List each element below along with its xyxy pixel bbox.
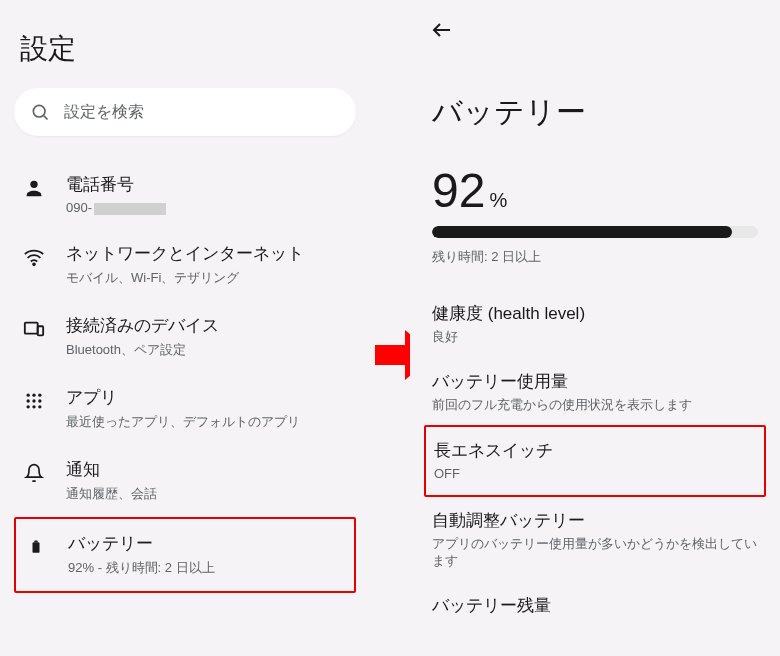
- item-title: バッテリー: [68, 533, 346, 556]
- battery-percentage: 92 %: [432, 163, 766, 218]
- row-subtitle: 良好: [432, 328, 758, 346]
- svg-rect-16: [34, 540, 38, 542]
- page-title: バッテリー: [432, 92, 766, 133]
- svg-point-6: [27, 393, 30, 396]
- item-title: アプリ: [66, 387, 348, 410]
- item-subtitle: モバイル、Wi-Fi、テザリング: [66, 269, 348, 287]
- bell-icon: [22, 461, 46, 485]
- wifi-icon: [22, 245, 46, 269]
- settings-item-network[interactable]: ネットワークとインターネット モバイル、Wi-Fi、テザリング: [14, 229, 356, 301]
- item-subtitle: 最近使ったアプリ、デフォルトのアプリ: [66, 413, 348, 431]
- row-title: バッテリー残量: [432, 594, 758, 617]
- search-placeholder: 設定を検索: [64, 102, 144, 123]
- item-title: ネットワークとインターネット: [66, 243, 348, 266]
- search-input[interactable]: 設定を検索: [14, 88, 356, 136]
- svg-point-8: [38, 393, 41, 396]
- item-title: 通知: [66, 459, 348, 482]
- row-title: バッテリー使用量: [432, 370, 758, 393]
- battery-percent-value: 92: [432, 163, 485, 218]
- svg-point-2: [30, 181, 37, 188]
- battery-panel: バッテリー 92 % 残り時間: 2 日以上 健康度 (health level…: [410, 0, 780, 656]
- battery-row-remaining[interactable]: バッテリー残量: [424, 582, 766, 629]
- item-title: 接続済みのデバイス: [66, 315, 348, 338]
- battery-icon: [24, 535, 48, 559]
- svg-point-14: [38, 405, 41, 408]
- svg-point-7: [32, 393, 35, 396]
- settings-panel: 設定 設定を検索 電話番号 090- ネットワークとインターネット モバイル、W…: [0, 0, 370, 656]
- battery-row-health[interactable]: 健康度 (health level) 良好: [424, 290, 766, 358]
- item-subtitle: 92% - 残り時間: 2 日以上: [68, 559, 346, 577]
- percent-symbol: %: [489, 189, 507, 212]
- battery-row-adaptive[interactable]: 自動調整バッテリー アプリのバッテリー使用量が多いかどうかを検出しています: [424, 497, 766, 582]
- svg-line-1: [44, 116, 48, 120]
- battery-progress-bar: [432, 226, 758, 238]
- item-title: 電話番号: [66, 174, 348, 197]
- page-title: 設定: [20, 30, 356, 68]
- svg-point-9: [27, 399, 30, 402]
- search-icon: [30, 102, 50, 122]
- settings-item-notifications[interactable]: 通知 通知履歴、会話: [14, 445, 356, 517]
- row-subtitle: OFF: [434, 465, 756, 483]
- redacted-phone: [94, 203, 166, 215]
- item-subtitle: 通知履歴、会話: [66, 485, 348, 503]
- svg-point-12: [27, 405, 30, 408]
- svg-point-13: [32, 405, 35, 408]
- svg-point-10: [32, 399, 35, 402]
- item-subtitle: 090-: [66, 200, 348, 215]
- row-title: 自動調整バッテリー: [432, 509, 758, 532]
- settings-item-phone[interactable]: 電話番号 090-: [14, 160, 356, 229]
- svg-point-0: [33, 105, 45, 117]
- devices-icon: [22, 317, 46, 341]
- svg-rect-5: [38, 326, 43, 335]
- back-button[interactable]: [430, 18, 454, 42]
- remaining-time: 残り時間: 2 日以上: [432, 248, 766, 266]
- settings-item-battery[interactable]: バッテリー 92% - 残り時間: 2 日以上: [14, 517, 356, 593]
- person-icon: [22, 176, 46, 200]
- row-subtitle: アプリのバッテリー使用量が多いかどうかを検出しています: [432, 535, 758, 570]
- apps-icon: [22, 389, 46, 413]
- row-title: 長エネスイッチ: [434, 439, 756, 462]
- item-subtitle: Bluetooth、ペア設定: [66, 341, 348, 359]
- settings-item-devices[interactable]: 接続済みのデバイス Bluetooth、ペア設定: [14, 301, 356, 373]
- svg-point-3: [33, 263, 35, 265]
- svg-rect-4: [25, 322, 38, 333]
- settings-item-apps[interactable]: アプリ 最近使ったアプリ、デフォルトのアプリ: [14, 373, 356, 445]
- battery-row-energy-switch[interactable]: 長エネスイッチ OFF: [424, 425, 766, 497]
- row-title: 健康度 (health level): [432, 302, 758, 325]
- svg-point-11: [38, 399, 41, 402]
- battery-row-usage[interactable]: バッテリー使用量 前回のフル充電からの使用状況を表示します: [424, 358, 766, 426]
- svg-rect-15: [33, 542, 40, 553]
- battery-progress-fill: [432, 226, 732, 238]
- row-subtitle: 前回のフル充電からの使用状況を表示します: [432, 396, 758, 414]
